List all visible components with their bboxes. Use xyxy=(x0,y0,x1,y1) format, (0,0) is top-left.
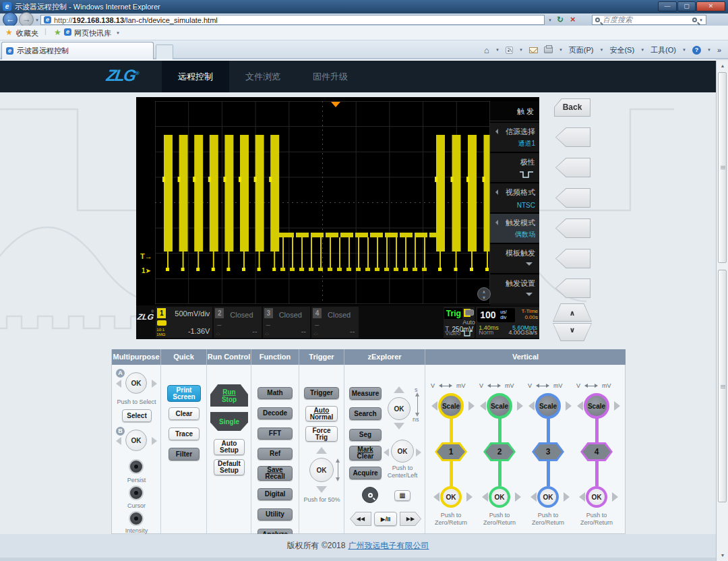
favorites-star-icon[interactable]: ★ xyxy=(5,28,13,37)
print-icon[interactable] xyxy=(544,47,553,53)
scale-right-arrow[interactable] xyxy=(614,401,625,411)
ch2-button[interactable]: 2 xyxy=(483,442,516,461)
rewind-button[interactable]: ◀◀ xyxy=(350,512,371,526)
run-stop-button[interactable]: RunStop xyxy=(210,384,248,407)
back-icon[interactable]: ← xyxy=(3,12,18,27)
measure-button[interactable]: Measure xyxy=(349,387,382,400)
force-trig-button[interactable]: ForceTrig xyxy=(305,426,338,442)
offset-left-arrow[interactable] xyxy=(429,492,439,502)
print-screen-button[interactable]: Print Screen xyxy=(167,385,201,402)
feeds-dropdown-icon[interactable]: ▼ xyxy=(116,31,120,35)
ch3-button[interactable]: 3 xyxy=(532,442,564,461)
trigger-level-up-arrow[interactable] xyxy=(316,447,327,454)
clear-button[interactable]: Clear xyxy=(169,407,200,420)
scroll-down-icon[interactable]: ▼ xyxy=(717,550,728,561)
fft-button[interactable]: FFT xyxy=(257,427,293,440)
refresh-icon[interactable]: ↻ xyxy=(557,15,564,24)
filter-button[interactable]: Filter xyxy=(169,448,200,461)
auto-normal-button[interactable]: AutoNormal xyxy=(305,406,338,421)
pan-knob[interactable]: OK xyxy=(391,440,414,463)
default-setup-button[interactable]: Default Setup xyxy=(214,459,245,475)
save-recall-button[interactable]: SaveRecall xyxy=(257,466,293,481)
b-right-arrow[interactable] xyxy=(152,437,157,445)
scroll-up-icon[interactable]: ▲ xyxy=(717,61,728,71)
search-go-icon[interactable] xyxy=(692,18,697,22)
channel2-status[interactable]: 2 – Closed -- -:- xyxy=(214,307,261,338)
offset-left-arrow[interactable] xyxy=(574,492,585,502)
menu-item-video-format[interactable]: 视频格式 NTSC xyxy=(490,182,539,212)
offset-right-arrow[interactable] xyxy=(612,492,623,502)
company-link[interactable]: 广州致远电子有限公司 xyxy=(348,540,429,552)
ch4-scale-knob[interactable]: Scale xyxy=(584,393,609,419)
ch4-button[interactable]: 4 xyxy=(580,442,613,461)
safety-menu[interactable]: 安全(S) xyxy=(609,45,634,55)
scale-left-arrow[interactable] xyxy=(427,401,437,411)
acquire-button[interactable]: Acquire xyxy=(349,467,382,479)
address-input[interactable]: e http://192.168.138.13/lan-ch/device_si… xyxy=(40,15,545,25)
search-button[interactable]: Search xyxy=(349,407,382,420)
cursor-knob[interactable] xyxy=(129,485,144,500)
ch1-scale-knob[interactable]: Scale xyxy=(438,393,464,419)
fast-forward-button[interactable]: ▶▶ xyxy=(400,512,421,526)
intensity-knob[interactable] xyxy=(129,511,144,526)
scrollbar-thumb[interactable] xyxy=(718,72,727,263)
vertical-scrollbar[interactable]: ▲ ▼ xyxy=(716,61,728,561)
tools-menu[interactable]: 工具(O) xyxy=(650,45,676,55)
multipurpose-b-knob[interactable]: OK xyxy=(125,430,147,451)
ch1-button[interactable]: 1 xyxy=(435,442,467,461)
minimize-button[interactable]: — xyxy=(658,1,677,11)
mail-icon[interactable] xyxy=(529,47,538,53)
channel4-status[interactable]: 4 – Closed -- -:- xyxy=(311,307,359,338)
trigger-level-down-arrow[interactable] xyxy=(316,486,327,493)
browser-tab[interactable]: e 示波器远程控制 xyxy=(1,42,154,59)
a-right-arrow[interactable] xyxy=(152,380,157,388)
single-button[interactable]: Single xyxy=(210,412,248,431)
menu-item-trigger-settings[interactable]: 触发设置 xyxy=(490,273,539,303)
ch2-scale-knob[interactable]: Scale xyxy=(487,393,512,419)
b-left-arrow[interactable] xyxy=(116,437,121,445)
play-pause-button[interactable]: ▶/II xyxy=(374,512,397,526)
zoom-time-down-arrow[interactable] xyxy=(394,423,404,430)
favorites-button[interactable]: 收藏夹 xyxy=(16,28,38,38)
zoom-search-button[interactable] xyxy=(362,487,378,503)
seg-button[interactable]: Seg xyxy=(349,429,382,441)
utility-button[interactable]: Utility xyxy=(257,508,293,521)
new-tab-button[interactable] xyxy=(156,45,173,59)
search-options-icon[interactable]: ▼ xyxy=(699,18,703,22)
scrollbar-thumb-lower[interactable] xyxy=(718,270,727,502)
feeds-icon[interactable] xyxy=(506,47,513,54)
menu-item-source-select[interactable]: 信源选择 通道1 xyxy=(490,121,539,152)
auto-setup-button[interactable]: Auto Setup xyxy=(214,439,245,455)
ch1-offset-knob[interactable]: OK xyxy=(440,486,462,508)
menu-item-trigger-mode[interactable]: 触发模式 偶数场 xyxy=(490,212,539,243)
select-button[interactable]: Select xyxy=(122,409,152,422)
ch4-offset-knob[interactable]: OK xyxy=(586,486,607,508)
digital-button[interactable]: Digital xyxy=(257,488,293,500)
overflow-chevron[interactable]: » xyxy=(717,46,721,54)
decode-button[interactable]: Decode xyxy=(257,407,293,419)
zoom-time-knob[interactable]: OK xyxy=(388,397,411,420)
home-icon[interactable]: ⌂ xyxy=(484,45,489,55)
channel1-status[interactable]: 1 10:11MΩ 500mV/div -1.36V xyxy=(156,307,212,338)
trace-button[interactable]: Trace xyxy=(169,427,200,440)
scale-left-arrow[interactable] xyxy=(524,401,535,411)
page-menu[interactable]: 页面(P) xyxy=(569,45,594,55)
mark-clear-button[interactable]: MarkClear xyxy=(349,446,382,461)
trigger-level-knob[interactable]: OK xyxy=(309,458,334,482)
scale-left-arrow[interactable] xyxy=(475,401,486,411)
stop-icon[interactable]: × xyxy=(570,14,576,24)
nav-tab-firmware-upgrade[interactable]: 固件升级 xyxy=(297,61,364,92)
trigger-menu-button[interactable]: Trigger xyxy=(304,387,339,399)
pan-right-arrow[interactable] xyxy=(416,448,421,456)
history-dropdown-icon[interactable]: ▼ xyxy=(35,18,39,22)
nav-tab-file-browse[interactable]: 文件浏览 xyxy=(229,61,297,92)
persist-knob[interactable] xyxy=(129,459,144,474)
multipurpose-a-knob[interactable]: OK xyxy=(125,372,147,394)
search-input[interactable]: 百度搜索 ▼ xyxy=(592,15,706,25)
help-icon[interactable]: ? xyxy=(692,46,701,55)
ch3-scale-knob[interactable]: Scale xyxy=(535,393,561,419)
maximize-button[interactable]: ▢ xyxy=(677,1,696,11)
close-button[interactable]: ✕ xyxy=(696,1,725,11)
channel3-status[interactable]: 3 – Closed -- -:- xyxy=(263,307,310,338)
menu-item-pattern-trigger[interactable]: 模板触发 xyxy=(490,243,539,273)
